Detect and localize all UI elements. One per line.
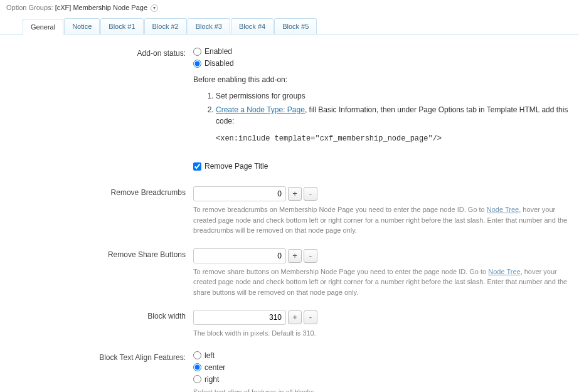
block-width-input[interactable]	[193, 310, 286, 325]
breadcrumbs-plus-button[interactable]: +	[288, 187, 302, 201]
radio-align-left-input[interactable]	[193, 351, 201, 359]
radio-align-left[interactable]: left	[193, 351, 573, 360]
tab-block-5[interactable]: Block #5	[274, 18, 317, 34]
tab-block-4[interactable]: Block #4	[231, 18, 274, 34]
radio-enabled-input[interactable]	[193, 48, 201, 56]
radio-align-center-input[interactable]	[193, 363, 201, 371]
remove-breadcrumbs-label: Remove Breadcrumbs	[6, 186, 193, 197]
remove-page-title[interactable]: Remove Page Title	[193, 162, 573, 171]
radio-align-center[interactable]: center	[193, 363, 573, 372]
block-width-label: Block width	[6, 310, 193, 320]
tabs-bar: General Notice Block #1 Block #2 Block #…	[0, 18, 579, 34]
option-groups-header: Option Groups: [cXF] Membership Node Pag…	[0, 0, 579, 16]
radio-align-right-label: right	[205, 375, 219, 384]
create-node-link[interactable]: Create a Node Type: Page	[216, 105, 305, 114]
radio-disabled[interactable]: Disabled	[193, 59, 573, 68]
width-plus-button[interactable]: +	[288, 310, 302, 324]
groups-prefix: Option Groups:	[6, 4, 53, 11]
code-snippet: <xen:include template="cxf_membership_no…	[216, 134, 573, 143]
remove-share-label: Remove Share Buttons	[6, 248, 193, 259]
text-align-help: Select text align of features in all blo…	[193, 387, 570, 392]
intro-text: Before enabling this add-on:	[193, 75, 573, 84]
tab-notice[interactable]: Notice	[64, 18, 100, 34]
node-tree-link-2[interactable]: Node Tree	[488, 268, 520, 275]
node-tree-link-1[interactable]: Node Tree	[487, 206, 519, 213]
instruction-1: Set permissions for groups	[216, 90, 573, 102]
radio-disabled-input[interactable]	[193, 60, 201, 68]
radio-disabled-label: Disabled	[205, 59, 234, 68]
remove-breadcrumbs-help: To remove breadcrumbs on Membership Node…	[193, 204, 570, 236]
text-align-label: Block Text Align Features:	[6, 351, 193, 362]
share-plus-button[interactable]: +	[288, 249, 302, 263]
breadcrumbs-minus-button[interactable]: -	[304, 187, 317, 201]
form-area: Add-on status: Enabled Disabled Before e…	[0, 34, 579, 392]
instructions-list: Set permissions for groups Create a Node…	[216, 90, 573, 127]
tab-block-3[interactable]: Block #3	[188, 18, 230, 34]
remove-page-title-label: Remove Page Title	[205, 162, 268, 171]
remove-page-title-checkbox[interactable]	[193, 162, 201, 171]
tab-block-1[interactable]: Block #1	[100, 18, 143, 34]
instruction-2: Create a Node Type: Page, fill Basic Inf…	[216, 104, 573, 127]
remove-breadcrumbs-input[interactable]	[193, 186, 286, 201]
block-width-help: The block width in pixels. Default is 31…	[193, 328, 570, 339]
tab-general[interactable]: General	[23, 19, 63, 34]
radio-align-center-label: center	[205, 363, 225, 372]
radio-align-right-input[interactable]	[193, 375, 201, 383]
group-name: [cXF] Membership Node Page	[55, 4, 147, 11]
remove-share-help: To remove share buttons on Membership No…	[193, 267, 570, 298]
addon-status-label: Add-on status:	[6, 47, 193, 58]
share-minus-button[interactable]: -	[304, 249, 317, 263]
remove-share-input[interactable]	[193, 248, 286, 263]
radio-enabled[interactable]: Enabled	[193, 47, 573, 56]
radio-enabled-label: Enabled	[205, 47, 232, 56]
radio-align-right[interactable]: right	[193, 375, 573, 384]
tab-block-2[interactable]: Block #2	[144, 18, 187, 34]
radio-align-left-label: left	[205, 351, 215, 360]
width-minus-button[interactable]: -	[304, 310, 317, 324]
dropdown-icon[interactable]: ▾	[151, 4, 158, 12]
